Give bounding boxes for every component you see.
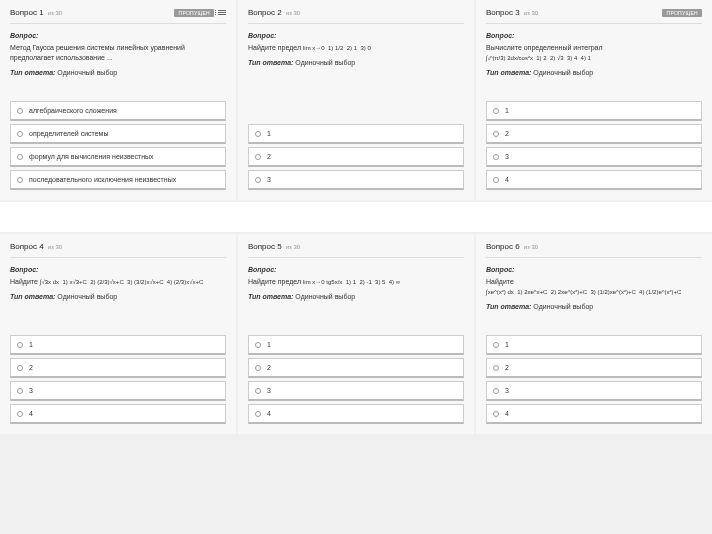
option[interactable]: 4 bbox=[486, 170, 702, 190]
question-card-5: Вопрос 5 из 30 Вопрос: Найдите предел li… bbox=[238, 234, 474, 434]
question-of: из 30 bbox=[48, 244, 62, 250]
option[interactable]: 4 bbox=[486, 404, 702, 424]
card-header: Вопрос 3 из 30 ПРОПУЩЕН bbox=[486, 8, 702, 24]
radio-icon bbox=[255, 411, 261, 417]
question-number: Вопрос 4 bbox=[10, 242, 44, 251]
question-text: Вычислите определенный интеграл ∫₀^(π/3)… bbox=[486, 43, 702, 63]
answer-type: Тип ответа: Одиночный выбор bbox=[486, 69, 702, 76]
question-number: Вопрос 5 bbox=[248, 242, 282, 251]
question-of: из 30 bbox=[524, 244, 538, 250]
math-expression: ∫√3x dx 1) x√3+C 2) (2/3)√x+C 3) (3/2)x√… bbox=[40, 279, 204, 285]
option[interactable]: 1 bbox=[10, 335, 226, 355]
card-header: Вопрос 2 из 30 bbox=[248, 8, 464, 24]
radio-icon bbox=[17, 411, 23, 417]
radio-icon bbox=[493, 365, 499, 371]
answer-type: Тип ответа: Одиночный выбор bbox=[486, 303, 702, 310]
option[interactable]: 2 bbox=[486, 124, 702, 144]
option[interactable]: алгебраического сложения bbox=[10, 101, 226, 121]
radio-icon bbox=[493, 388, 499, 394]
option[interactable]: 4 bbox=[10, 404, 226, 424]
option[interactable]: 2 bbox=[10, 358, 226, 378]
option[interactable]: 2 bbox=[248, 358, 464, 378]
radio-icon bbox=[255, 177, 261, 183]
radio-icon bbox=[17, 131, 23, 137]
radio-icon bbox=[493, 154, 499, 160]
radio-icon bbox=[493, 342, 499, 348]
radio-icon bbox=[17, 365, 23, 371]
radio-icon bbox=[255, 342, 261, 348]
radio-icon bbox=[17, 388, 23, 394]
answer-type: Тип ответа: Одиночный выбор bbox=[248, 293, 464, 300]
question-grid: Вопрос 1 из 30 ПРОПУЩЕН Вопрос: Метод Га… bbox=[0, 0, 712, 434]
option[interactable]: формул для вычисления неизвестных bbox=[10, 147, 226, 167]
option[interactable]: 3 bbox=[486, 381, 702, 401]
question-label: Вопрос: bbox=[248, 32, 464, 39]
options-list: 1 2 3 4 bbox=[486, 335, 702, 424]
question-of: из 30 bbox=[524, 10, 538, 16]
row-gap bbox=[0, 202, 712, 232]
math-expression: lim x→0 1) 1/2 2) 1 3) 0 bbox=[303, 45, 371, 51]
option[interactable]: определителей системы bbox=[10, 124, 226, 144]
option[interactable]: 1 bbox=[486, 101, 702, 121]
options-list: 1 2 3 4 bbox=[486, 101, 702, 190]
option[interactable]: 4 bbox=[248, 404, 464, 424]
question-text: Метод Гаусса решения системы линейных ур… bbox=[10, 43, 226, 63]
option[interactable]: 1 bbox=[248, 124, 464, 144]
question-of: из 30 bbox=[286, 10, 300, 16]
question-label: Вопрос: bbox=[486, 266, 702, 273]
radio-icon bbox=[493, 131, 499, 137]
skipped-badge: ПРОПУЩЕН bbox=[174, 9, 214, 17]
question-text: Найдите ∫xe^(x²) dx 1) 2xe^x+C 2) 2xe^(x… bbox=[486, 277, 702, 297]
option[interactable]: 1 bbox=[486, 335, 702, 355]
option[interactable]: 1 bbox=[248, 335, 464, 355]
radio-icon bbox=[255, 154, 261, 160]
math-expression: lim x→0 tg5x/x 1) 1 2) -1 3) 5 4) ∞ bbox=[303, 279, 400, 285]
question-card-1: Вопрос 1 из 30 ПРОПУЩЕН Вопрос: Метод Га… bbox=[0, 0, 236, 200]
question-number: Вопрос 2 bbox=[248, 8, 282, 17]
radio-icon bbox=[493, 411, 499, 417]
question-of: из 30 bbox=[48, 10, 62, 16]
question-text: Найдите предел lim x→0 tg5x/x 1) 1 2) -1… bbox=[248, 277, 464, 287]
card-header: Вопрос 1 из 30 ПРОПУЩЕН bbox=[10, 8, 226, 24]
option[interactable]: 3 bbox=[248, 170, 464, 190]
option[interactable]: 3 bbox=[486, 147, 702, 167]
question-label: Вопрос: bbox=[10, 266, 226, 273]
question-label: Вопрос: bbox=[486, 32, 702, 39]
question-card-6: Вопрос 6 из 30 Вопрос: Найдите ∫xe^(x²) … bbox=[476, 234, 712, 434]
question-number: Вопрос 1 bbox=[10, 8, 44, 17]
question-of: из 30 bbox=[286, 244, 300, 250]
radio-icon bbox=[17, 342, 23, 348]
answer-type: Тип ответа: Одиночный выбор bbox=[248, 59, 464, 66]
options-list: алгебраического сложения определителей с… bbox=[10, 101, 226, 190]
card-header: Вопрос 5 из 30 bbox=[248, 242, 464, 258]
card-header: Вопрос 6 из 30 bbox=[486, 242, 702, 258]
answer-type: Тип ответа: Одиночный выбор bbox=[10, 69, 226, 76]
option[interactable]: последовательного исключения неизвестных bbox=[10, 170, 226, 190]
radio-icon bbox=[17, 108, 23, 114]
option[interactable]: 2 bbox=[248, 147, 464, 167]
question-card-3: Вопрос 3 из 30 ПРОПУЩЕН Вопрос: Вычислит… bbox=[476, 0, 712, 200]
math-expression: ∫₀^(π/3) 2dx/cos²x 1) 2 2) √3 3) 4 4) 1 bbox=[486, 55, 591, 61]
question-card-2: Вопрос 2 из 30 Вопрос: Найдите предел li… bbox=[238, 0, 474, 200]
radio-icon bbox=[255, 131, 261, 137]
skipped-badge: ПРОПУЩЕН bbox=[662, 9, 702, 17]
radio-icon bbox=[493, 177, 499, 183]
question-label: Вопрос: bbox=[10, 32, 226, 39]
options-list: 1 2 3 4 bbox=[248, 335, 464, 424]
radio-icon bbox=[255, 365, 261, 371]
card-header: Вопрос 4 из 30 bbox=[10, 242, 226, 258]
question-number: Вопрос 6 bbox=[486, 242, 520, 251]
option[interactable]: 3 bbox=[248, 381, 464, 401]
radio-icon bbox=[493, 108, 499, 114]
option[interactable]: 3 bbox=[10, 381, 226, 401]
list-icon[interactable] bbox=[218, 10, 226, 15]
radio-icon bbox=[17, 154, 23, 160]
answer-type: Тип ответа: Одиночный выбор bbox=[10, 293, 226, 300]
radio-icon bbox=[255, 388, 261, 394]
option[interactable]: 2 bbox=[486, 358, 702, 378]
options-list: 1 2 3 bbox=[248, 124, 464, 190]
question-text: Найдите предел lim x→0 1) 1/2 2) 1 3) 0 bbox=[248, 43, 464, 53]
question-label: Вопрос: bbox=[248, 266, 464, 273]
radio-icon bbox=[17, 177, 23, 183]
math-expression: ∫xe^(x²) dx 1) 2xe^x+C 2) 2xe^(x²)+C 3) … bbox=[486, 289, 681, 295]
